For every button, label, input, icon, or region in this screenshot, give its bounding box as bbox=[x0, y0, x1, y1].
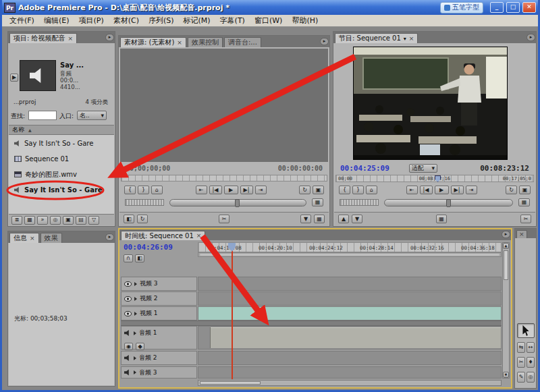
tab-audio-mixer[interactable]: 调音台:... bbox=[224, 37, 261, 47]
menu-clip[interactable]: 素材(C) bbox=[109, 15, 144, 26]
maximize-button[interactable]: □ bbox=[506, 2, 520, 13]
work-area-bar[interactable] bbox=[198, 252, 502, 257]
step-back-button[interactable]: |◀ bbox=[209, 186, 222, 194]
tab-info[interactable]: 信息 × bbox=[9, 233, 39, 243]
loop-button[interactable]: ↻ bbox=[299, 186, 310, 194]
ime-badge[interactable]: 五笔字型 bbox=[440, 2, 483, 13]
tab-effects[interactable]: 效果 bbox=[40, 233, 62, 243]
new-bin-icon[interactable]: ▣ bbox=[63, 216, 74, 225]
overlay-button[interactable]: ▦ bbox=[314, 215, 325, 223]
menu-project[interactable]: 项目(P) bbox=[74, 15, 108, 26]
tab-close-icon[interactable]: × bbox=[196, 233, 202, 239]
trash-icon[interactable]: ▽ bbox=[88, 216, 99, 225]
program-ruler[interactable]: 00;00 00;08;32;16 00;17;05;0 bbox=[335, 175, 534, 182]
track-content-audio-1[interactable] bbox=[198, 326, 502, 349]
entry-select[interactable]: 名.. ▾ bbox=[77, 111, 107, 120]
play-button[interactable]: ▶ bbox=[224, 186, 238, 194]
gang-toggle-button[interactable]: ◧ bbox=[124, 215, 134, 223]
speaker-icon[interactable] bbox=[124, 369, 131, 376]
razor-tool[interactable]: ✂ bbox=[517, 357, 525, 368]
tab-close-icon[interactable]: × bbox=[409, 36, 414, 42]
shuttle-thumb[interactable] bbox=[235, 199, 240, 207]
menu-window[interactable]: 窗口(W) bbox=[250, 15, 287, 26]
scroll-thumb[interactable] bbox=[200, 381, 261, 385]
menu-sequence[interactable]: 序列(S) bbox=[144, 15, 179, 26]
set-out-button[interactable]: } bbox=[138, 186, 149, 194]
source-timecode[interactable]: 00;00;00;00 bbox=[126, 165, 170, 172]
info-panel-menu-button[interactable]: ▸ bbox=[105, 233, 114, 241]
collapse-triangle-icon[interactable] bbox=[134, 297, 137, 301]
go-to-in-button[interactable]: ⇤ bbox=[406, 186, 418, 194]
fit-select[interactable]: 适配 ▾ bbox=[409, 164, 437, 173]
play-button[interactable]: ▶ bbox=[435, 186, 449, 194]
go-to-out-button[interactable]: ⇥ bbox=[255, 186, 267, 194]
lift-button[interactable]: ▲ bbox=[338, 215, 349, 223]
tab-program[interactable]: 节目: Sequence 01 ▾ × bbox=[335, 33, 418, 43]
collapse-triangle-icon[interactable] bbox=[134, 312, 137, 316]
project-item-audio-1[interactable]: Say It Isn't So - Gare bbox=[9, 136, 114, 150]
insert-button[interactable]: ▼ bbox=[300, 215, 311, 223]
set-in-button[interactable]: { bbox=[124, 186, 136, 194]
loop-toggle-button[interactable]: ↻ bbox=[137, 215, 148, 223]
speaker-icon[interactable] bbox=[124, 355, 131, 362]
tab-close-icon[interactable]: × bbox=[30, 235, 35, 242]
keyframe-display-button[interactable]: ◉ bbox=[124, 343, 133, 350]
trim-button[interactable]: ✂ bbox=[219, 215, 230, 223]
tab-close-icon[interactable]: × bbox=[519, 231, 524, 237]
output-button[interactable]: ▦ bbox=[518, 198, 530, 206]
track-content-video-1[interactable] bbox=[198, 306, 502, 320]
extract-button[interactable]: ▼ bbox=[352, 215, 362, 223]
audio-clip[interactable] bbox=[210, 327, 501, 348]
selection-tool[interactable] bbox=[517, 323, 535, 338]
shuttle-slider[interactable] bbox=[384, 199, 513, 206]
timeline-panel-menu-button[interactable]: ▸ bbox=[502, 231, 510, 238]
column-header-name[interactable]: 名称 ▲ bbox=[9, 125, 114, 135]
minimize-button[interactable]: _ bbox=[490, 2, 504, 13]
track-select-tool[interactable]: ⇆ bbox=[517, 342, 525, 353]
safe-margins-button[interactable]: ▣ bbox=[519, 186, 531, 194]
close-button[interactable]: ✕ bbox=[522, 2, 536, 13]
menu-help[interactable]: 帮助(H) bbox=[287, 15, 323, 26]
track-content-video-3[interactable] bbox=[198, 277, 502, 291]
titlebar[interactable]: Pr Adobe Premiere Pro - D:\桌面\配音\给视频配音.p… bbox=[2, 0, 538, 15]
find-icon[interactable]: ◎ bbox=[50, 216, 61, 225]
source-ruler[interactable] bbox=[121, 175, 327, 181]
track-content-video-2[interactable] bbox=[198, 291, 502, 306]
scroll-up-icon[interactable]: ▲ bbox=[503, 243, 509, 249]
project-item-sequence[interactable]: Sequence 01 bbox=[9, 152, 114, 166]
menu-edit[interactable]: 编辑(E) bbox=[39, 15, 74, 26]
timeline-horizontal-scrollbar[interactable] bbox=[198, 380, 502, 386]
scroll-down-icon[interactable]: ▼ bbox=[503, 372, 509, 378]
set-out-button[interactable]: } bbox=[352, 186, 364, 194]
program-video-frame[interactable] bbox=[353, 47, 508, 160]
keyframe-button[interactable]: ◆ bbox=[136, 343, 144, 350]
work-area-thumb[interactable] bbox=[200, 254, 500, 256]
tab-close-icon[interactable]: × bbox=[177, 40, 182, 46]
source-panel-menu-button[interactable]: ▸ bbox=[320, 38, 329, 45]
timeline-ruler[interactable]: 00:04:16:08 00:04:20:10 00:04:24:12 00:0… bbox=[198, 242, 502, 252]
set-display-button[interactable]: ◧ bbox=[135, 254, 144, 262]
jog-disk[interactable] bbox=[340, 199, 379, 206]
new-item-icon[interactable]: ▤ bbox=[76, 216, 86, 225]
safe-margins-button[interactable]: ▣ bbox=[313, 186, 324, 194]
project-item-audio-2[interactable]: Say It Isn't So - Gare bbox=[9, 183, 114, 197]
output-button[interactable]: ▦ bbox=[312, 198, 323, 206]
set-in-button[interactable]: { bbox=[339, 186, 350, 194]
collapse-triangle-icon[interactable] bbox=[134, 282, 137, 286]
slip-tool[interactable]: ♦ bbox=[526, 357, 535, 368]
collapse-triangle-icon[interactable] bbox=[134, 370, 136, 374]
loop-button[interactable]: ↻ bbox=[506, 186, 517, 194]
jog-disk[interactable] bbox=[125, 199, 164, 206]
program-timecode[interactable]: 00:04:25:09 bbox=[340, 164, 389, 173]
tab-timeline[interactable]: 时间线: Sequence 01 × bbox=[121, 231, 205, 240]
step-forward-button[interactable]: ▶| bbox=[451, 186, 464, 194]
step-back-button[interactable]: |◀ bbox=[420, 186, 433, 194]
eye-icon[interactable] bbox=[124, 296, 132, 302]
tab-source[interactable]: 素材源: (无素材) × bbox=[120, 37, 186, 47]
tab-close-icon[interactable]: × bbox=[68, 36, 74, 42]
track-content-audio-2[interactable] bbox=[198, 351, 502, 365]
snap-toggle-button[interactable]: ∩ bbox=[124, 254, 133, 262]
project-item-video[interactable]: 奇妙的图层.wmv bbox=[9, 167, 114, 181]
preview-play-button[interactable]: ▶ bbox=[10, 74, 18, 82]
shuttle-thumb[interactable] bbox=[446, 199, 451, 207]
